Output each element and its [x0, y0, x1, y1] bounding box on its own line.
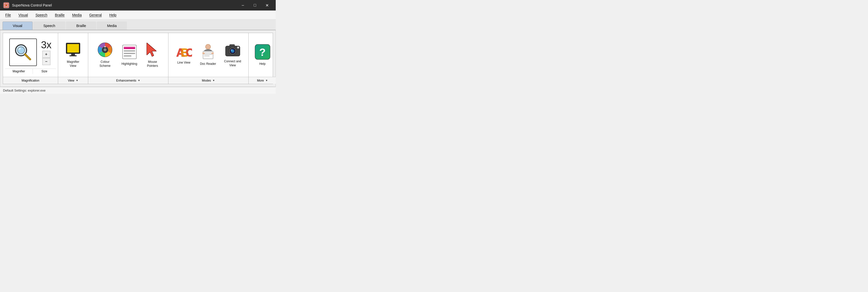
- connect-view-icon: [225, 42, 241, 58]
- svg-line-15: [25, 54, 30, 59]
- modes-content: A B C A B C Line View: [168, 33, 248, 77]
- magnifier-icon: [13, 42, 33, 62]
- view-dropdown-icon: ▼: [76, 79, 78, 82]
- menu-braille[interactable]: Braille: [52, 12, 68, 18]
- enhancements-footer[interactable]: Enhancements ▼: [88, 77, 168, 84]
- more-section: ? Help More ▼: [249, 33, 276, 84]
- enhancements-section: ColourScheme: [88, 33, 168, 84]
- svg-point-46: [202, 52, 205, 54]
- svg-rect-2: [4, 3, 5, 4]
- view-footer[interactable]: View ▼: [58, 77, 88, 84]
- tab-visual[interactable]: Visual: [2, 22, 33, 30]
- svg-text:?: ?: [259, 46, 266, 58]
- svg-rect-44: [204, 54, 212, 55]
- maximize-button[interactable]: □: [249, 1, 261, 9]
- view-content: Magnifier View: [58, 33, 88, 77]
- tab-media[interactable]: Media: [97, 22, 127, 30]
- menu-media[interactable]: Media: [69, 12, 85, 18]
- view-section: Magnifier View View ▼: [58, 33, 88, 84]
- size-decrease-button[interactable]: −: [42, 58, 51, 65]
- svg-point-22: [103, 48, 106, 51]
- title-bar-left: SuperNova Control Panel: [3, 2, 52, 8]
- title-bar: SuperNova Control Panel – □ ✕: [0, 0, 276, 10]
- svg-rect-9: [6, 6, 7, 7]
- highlighting-label: Highlighting: [122, 62, 137, 66]
- line-view-icon: A B C A B C: [176, 45, 192, 59]
- svg-rect-43: [204, 52, 212, 53]
- doc-reader-item[interactable]: Doc Reader: [197, 42, 219, 68]
- app-logo-icon: [3, 2, 9, 8]
- highlighting-item[interactable]: Highlighting: [118, 42, 141, 68]
- help-label: Help: [259, 62, 266, 66]
- magnification-footer[interactable]: Magnification: [3, 77, 58, 84]
- enhancements-content: ColourScheme: [88, 33, 168, 77]
- colour-scheme-item[interactable]: ColourScheme: [94, 40, 116, 70]
- doc-reader-label: Doc Reader: [200, 62, 216, 66]
- size-value: 3x: [41, 40, 51, 50]
- menu-visual[interactable]: Visual: [15, 12, 31, 18]
- app-title: SuperNova Control Panel: [12, 3, 52, 7]
- status-text: Default Settings: explorer.exe: [3, 88, 45, 92]
- svg-rect-18: [71, 53, 75, 55]
- size-increase-button[interactable]: +: [42, 51, 51, 58]
- svg-rect-8: [4, 6, 5, 7]
- svg-point-40: [206, 44, 211, 49]
- minimize-button[interactable]: –: [237, 1, 249, 9]
- more-footer[interactable]: More ▼: [249, 77, 276, 84]
- tab-braille[interactable]: Braille: [66, 22, 96, 30]
- enhancements-footer-label: Enhancements: [116, 79, 136, 82]
- more-content: ? Help: [249, 33, 276, 77]
- svg-rect-3: [6, 3, 7, 4]
- svg-rect-49: [229, 44, 235, 47]
- mouse-pointers-item[interactable]: MousePointers: [143, 40, 163, 70]
- size-control: 3x + −: [41, 40, 51, 65]
- tab-bar: Visual Speech Braille Media: [0, 20, 276, 30]
- modes-footer[interactable]: Modes ▼: [168, 77, 248, 84]
- svg-rect-29: [124, 55, 131, 57]
- main-content: 3x + − Magnifier Size Magnification: [0, 30, 276, 87]
- status-bar: Default Settings: explorer.exe: [0, 87, 276, 94]
- highlighting-icon: [121, 44, 137, 60]
- svg-rect-10: [7, 6, 8, 7]
- window-controls: – □ ✕: [237, 1, 273, 9]
- mouse-pointers-label: MousePointers: [147, 60, 158, 68]
- enhancements-dropdown-icon: ▼: [138, 79, 141, 82]
- help-item[interactable]: ? Help: [251, 42, 274, 68]
- menu-file[interactable]: File: [2, 12, 14, 18]
- menu-general[interactable]: General: [86, 12, 105, 18]
- close-button[interactable]: ✕: [261, 1, 273, 9]
- size-buttons: + −: [42, 51, 51, 65]
- toolbar-panel: 3x + − Magnifier Size Magnification: [3, 33, 273, 84]
- doc-reader-icon: [200, 44, 216, 60]
- connect-view-item[interactable]: Connect andView: [221, 40, 244, 69]
- tab-speech[interactable]: Speech: [33, 22, 65, 30]
- magnification-content: 3x + − Magnifier Size: [3, 33, 58, 77]
- svg-rect-7: [7, 5, 8, 6]
- svg-rect-19: [69, 55, 77, 56]
- magnifier-view-item[interactable]: Magnifier View: [61, 40, 86, 70]
- menu-help[interactable]: Help: [106, 12, 120, 18]
- svg-rect-45: [204, 56, 210, 56]
- magnifier-icon-box[interactable]: [9, 39, 37, 66]
- connect-view-label: Connect andView: [224, 60, 241, 67]
- line-view-label: Line View: [178, 61, 190, 65]
- colour-scheme-label: ColourScheme: [99, 60, 111, 68]
- modes-footer-label: Modes: [202, 79, 211, 82]
- magnifier-view-label: Magnifier View: [64, 60, 83, 68]
- monitor-icon: [65, 42, 81, 58]
- svg-rect-26: [124, 47, 135, 49]
- line-view-item[interactable]: A B C A B C Line View: [173, 43, 195, 67]
- mouse-pointers-icon: [146, 42, 159, 58]
- svg-rect-5: [4, 5, 5, 6]
- svg-text:C: C: [186, 46, 192, 59]
- svg-point-23: [104, 46, 106, 47]
- magnification-footer-label: Magnification: [22, 79, 39, 82]
- menu-speech[interactable]: Speech: [32, 12, 51, 18]
- svg-point-12: [18, 47, 25, 54]
- magnifier-label: Magnifier: [5, 69, 33, 74]
- help-icon: ?: [254, 44, 271, 60]
- svg-point-54: [231, 49, 232, 51]
- svg-rect-6: [6, 5, 7, 6]
- colour-scheme-icon: [97, 42, 113, 58]
- svg-point-47: [211, 52, 214, 54]
